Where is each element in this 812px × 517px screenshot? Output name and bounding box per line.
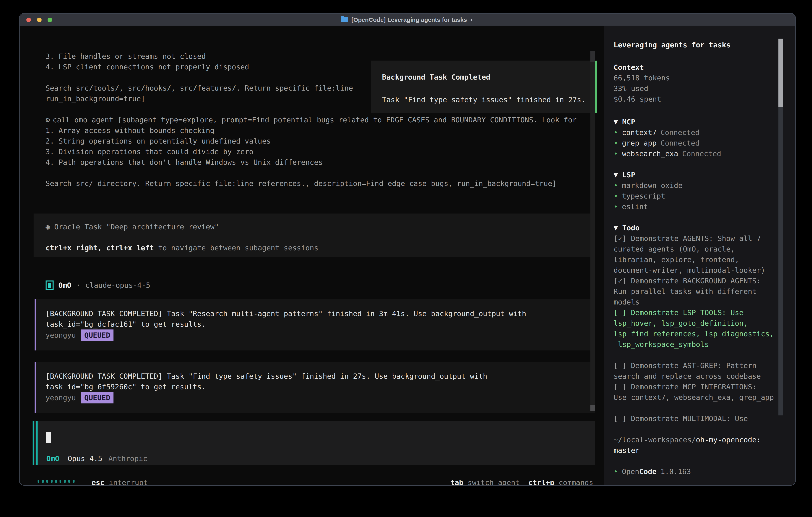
output-line: Search src/tools/, src/hooks/, src/featu… (46, 83, 353, 93)
spinner-dot (68, 480, 70, 483)
output-line: run_in_background=true] (46, 93, 145, 104)
mcp-item: •grep_appConnected (614, 138, 699, 148)
output-line: 3. File handles or streams not closed (46, 51, 206, 61)
agent-session-header: OmO · claude-opus-4-5 (46, 280, 150, 291)
context-used: 33% used (614, 83, 648, 94)
window-title: [OpenCode] Leveraging agents for tasks ◐ (341, 13, 474, 26)
task-completed-message: [BACKGROUND TASK COMPLETED] Task "Find t… (35, 362, 595, 413)
model-info-row: OmO Opus 4.5 Anthropic (46, 453, 147, 464)
mcp-section-header[interactable]: ▼ MCP (614, 116, 635, 127)
status-dot-icon: • (614, 191, 618, 201)
message-author: yeongyu (46, 392, 76, 403)
oracle-task-panel: ◉ Oracle Task "Deep architecture review"… (34, 214, 595, 257)
output-line: 2. String operations on potentially unde… (46, 136, 271, 146)
message-text: [BACKGROUND TASK COMPLETED] Task "Resear… (46, 308, 585, 329)
output-line: 4. LSP client connections not properly d… (46, 61, 249, 72)
queued-badge: QUEUED (81, 392, 114, 404)
sidebar-scrollbar[interactable] (778, 38, 783, 415)
toast-title: Background Task Completed (382, 72, 490, 82)
moon-status-icon: ◐ (470, 17, 474, 23)
output-line: 4. Path operations that don't handle Win… (46, 157, 323, 167)
output-line: 1. Array access without bounds checking (46, 125, 214, 136)
status-dot-icon: • (614, 180, 618, 191)
prompt-input[interactable]: OmO Opus 4.5 Anthropic (33, 421, 595, 465)
chat-scrollbar-thumb[interactable] (590, 405, 595, 411)
todo-item: [ ] Demonstrate AST-GREP: Pattern search… (614, 360, 781, 381)
status-bar: esc interrupt tab switch agent ctrl+p co… (20, 477, 604, 486)
agent-model: claude-opus-4-5 (85, 280, 150, 291)
zoom-button[interactable] (48, 18, 52, 22)
interrupt-hint: esc interrupt (91, 477, 148, 486)
subagent-nav-hint: ctrl+x right, ctrl+x left to navigate be… (46, 243, 318, 253)
queued-badge: QUEUED (81, 329, 114, 341)
minimize-button[interactable] (37, 18, 41, 22)
tool-call-text: call_omo_agent [subagent_type=explore, p… (53, 116, 577, 124)
status-dot-icon: • (614, 466, 618, 477)
context-spent: $0.46 spent (614, 94, 661, 104)
context-tokens: 66,518 tokens (614, 73, 670, 83)
hint-keys: ctrl+x right, ctrl+x left (46, 244, 154, 252)
app-window: [OpenCode] Leveraging agents for tasks ◐… (19, 13, 796, 486)
chat-scrollbar-thumb[interactable] (590, 51, 595, 62)
input-model-label: Opus 4.5 (68, 453, 102, 464)
traffic-lights (26, 18, 52, 22)
mcp-item: •context7Connected (614, 127, 699, 138)
todo-list: [✓] Demonstrate AGENTS: Show all 7 curat… (614, 233, 781, 424)
version-row: • Open Code 1.0.163 (614, 466, 691, 477)
lsp-item: •eslint (614, 201, 648, 212)
spinner-dot (51, 480, 53, 483)
mcp-item: •websearch_exaConnected (614, 148, 721, 159)
background-task-toast[interactable]: Background Task Completed Task "Find typ… (371, 61, 597, 113)
status-dot-icon: • (614, 148, 618, 159)
workspace-path: ~/local-workspaces/oh-my-opencode: maste… (614, 434, 781, 456)
lsp-section-header[interactable]: ▼ LSP (614, 169, 635, 180)
spinner-dot (73, 480, 75, 483)
spinner-dot (42, 480, 44, 483)
status-dot-icon: • (614, 138, 618, 148)
output-line: 3. Division operations that could divide… (46, 146, 253, 157)
todo-item-active: [ ] Demonstrate LSP TOOLS: Use lsp_hover… (614, 307, 781, 350)
todo-item: [✓] Demonstrate AGENTS: Show all 7 curat… (614, 233, 781, 275)
hint-text: to navigate between subagent sessions (154, 244, 318, 252)
spinner-dot (55, 480, 57, 483)
status-dot-icon: • (614, 127, 618, 138)
keyboard-hints: tab switch agent ctrl+p commands (451, 477, 593, 486)
lsp-item: •markdown-oxide (614, 180, 683, 191)
close-button[interactable] (26, 18, 31, 22)
status-dot-icon: • (614, 201, 618, 212)
message-text: [BACKGROUND TASK COMPLETED] Task "Find t… (46, 371, 585, 392)
message-meta: yeongyu QUEUED (46, 392, 114, 404)
spinner-dot (46, 480, 48, 483)
context-heading: Context (614, 62, 644, 73)
todo-item: [✓] Demonstrate BACKGROUND AGENTS: Run p… (614, 275, 781, 307)
todo-item: [ ] Demonstrate MCP INTEGRATIONS: Use co… (614, 381, 781, 403)
separator-dot: · (76, 280, 81, 291)
session-title: Leveraging agents for tasks (614, 39, 730, 50)
gear-icon: ⚙ (46, 116, 50, 124)
message-meta: yeongyu QUEUED (46, 329, 114, 341)
spinner-dot (37, 480, 39, 483)
activity-spinner (37, 480, 75, 483)
chat-area: 3. File handles or streams not closed 4.… (20, 26, 604, 486)
titlebar: [OpenCode] Leveraging agents for tasks ◐ (20, 13, 795, 26)
chat-scrollbar[interactable] (590, 51, 595, 411)
task-completed-message: [BACKGROUND TASK COMPLETED] Task "Resear… (35, 299, 595, 351)
text-cursor (46, 432, 51, 443)
spinner-dot (64, 480, 66, 483)
folder-icon (341, 17, 348, 22)
sidebar: Leveraging agents for tasks Context 66,5… (604, 26, 796, 486)
record-icon: ◉ (46, 223, 50, 231)
message-author: yeongyu (46, 330, 76, 341)
tool-call-line: ⚙call_omo_agent [subagent_type=explore, … (46, 114, 577, 125)
oracle-task-title: ◉ Oracle Task "Deep architecture review" (46, 221, 219, 232)
input-provider-label: Anthropic (108, 453, 147, 464)
output-line: Search src/ directory. Return specific f… (46, 178, 557, 189)
toast-body: Task "Find type safety issues" finished … (382, 94, 586, 105)
sidebar-scrollbar-thumb[interactable] (778, 38, 783, 107)
todo-section-header[interactable]: ▼ Todo (614, 222, 640, 233)
input-agent-label: OmO (46, 453, 59, 464)
window-title-text: [OpenCode] Leveraging agents for tasks (351, 17, 467, 23)
spinner-dot (60, 480, 61, 483)
todo-item: [ ] Demonstrate MULTIMODAL: Use (614, 413, 781, 424)
agent-name: OmO (58, 280, 71, 291)
